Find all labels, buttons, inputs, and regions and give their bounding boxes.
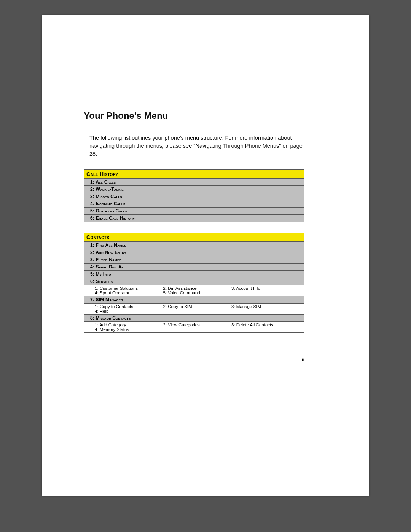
menu-item: 1: Find All Names xyxy=(84,242,304,249)
menu-item: 8: Manage Contacts xyxy=(84,315,304,322)
menu-item: 4: Incoming Calls xyxy=(84,200,304,208)
menu-item: 1: All Calls xyxy=(84,179,304,186)
menu-item: 7: SIM Manager xyxy=(84,296,304,304)
menu-block: Call History1: All Calls2: Walkie-Talkie… xyxy=(84,169,304,222)
submenu-item xyxy=(231,291,300,295)
submenu-item: 4: Help xyxy=(95,309,163,313)
submenu-item: 4: Memory Status xyxy=(95,327,163,332)
page-number: iii xyxy=(300,357,304,363)
submenu-item: 1: Customer Solutions xyxy=(95,286,163,291)
menu-item: 6: Erase Call History xyxy=(84,215,304,222)
menu-item: 6: Services xyxy=(84,278,304,285)
menu-item: 4: Speed Dial #s xyxy=(84,264,304,271)
submenu-item xyxy=(231,327,300,332)
submenu-item xyxy=(231,309,300,313)
page-title: Your Phone's Menu xyxy=(84,110,304,123)
submenu-row: 1: Add Category2: View Categories3: Dele… xyxy=(84,322,304,333)
submenu-item: 3: Manage SIM xyxy=(231,304,300,309)
submenu-item: 4: Sprint Operator xyxy=(95,291,163,295)
menu-header: Call History xyxy=(84,169,304,179)
menu-item: 5: My Info xyxy=(84,271,304,278)
submenu-row: 1: Customer Solutions2: Dir. Assistance3… xyxy=(84,285,304,296)
page: Your Phone's Menu The following list out… xyxy=(42,15,369,496)
submenu-item: 2: Copy to SIM xyxy=(163,304,232,309)
menu-item: 2: Walkie-Talkie xyxy=(84,186,304,193)
submenu-item: 2: Dir. Assistance xyxy=(163,286,232,291)
submenu-item: 3: Delete All Contacts xyxy=(231,323,300,327)
menu-item: 3: Missed Calls xyxy=(84,193,304,200)
submenu-item: 3: Account Info. xyxy=(231,286,300,291)
menu-sections: Call History1: All Calls2: Walkie-Talkie… xyxy=(84,169,304,333)
submenu-item: 1: Add Category xyxy=(95,323,163,327)
menu-header: Contacts xyxy=(84,233,304,242)
submenu-item: 1: Copy to Contacts xyxy=(95,304,163,309)
menu-block: Contacts1: Find All Names2: Add New Entr… xyxy=(84,233,304,333)
submenu-item xyxy=(163,309,232,313)
submenu-item xyxy=(163,327,232,332)
submenu-row: 1: Copy to Contacts2: Copy to SIM3: Mana… xyxy=(84,304,304,315)
menu-item: 3: Filter Names xyxy=(84,256,304,264)
menu-item: 2: Add New Entry xyxy=(84,249,304,256)
submenu-item: 5: Voice Command xyxy=(163,291,232,295)
submenu-item: 2: View Categories xyxy=(163,323,232,327)
menu-item: 5: Outgoing Calls xyxy=(84,208,304,215)
intro-paragraph: The following list outlines your phone's… xyxy=(89,134,304,158)
